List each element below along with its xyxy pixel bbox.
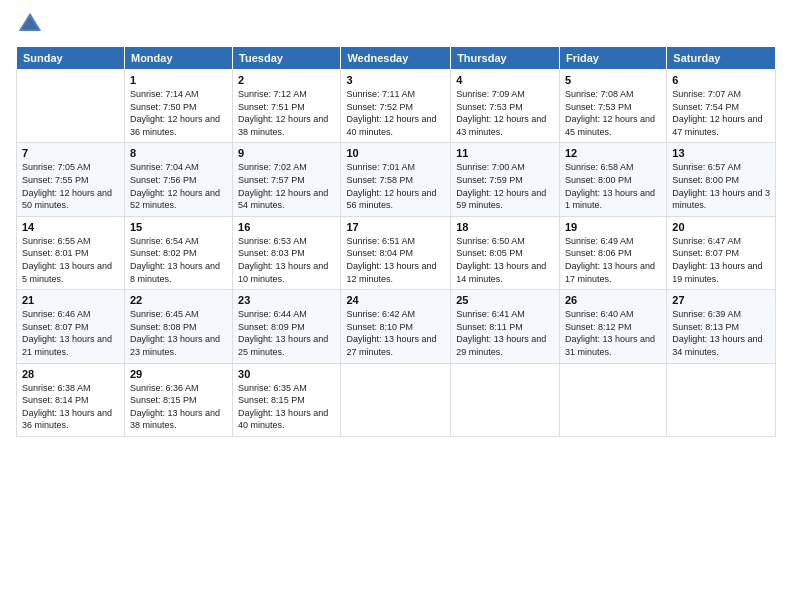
cell-info: Sunrise: 6:39 AMSunset: 8:13 PMDaylight:…: [672, 308, 770, 358]
cell-date: 4: [456, 74, 554, 86]
cell-date: 8: [130, 147, 227, 159]
cell-3-1: 14Sunrise: 6:55 AMSunset: 8:01 PMDayligh…: [17, 216, 125, 289]
cell-2-5: 11Sunrise: 7:00 AMSunset: 7:59 PMDayligh…: [451, 143, 560, 216]
logo: [16, 10, 48, 38]
cell-date: 5: [565, 74, 661, 86]
cell-date: 19: [565, 221, 661, 233]
cell-date: 15: [130, 221, 227, 233]
cell-2-2: 8Sunrise: 7:04 AMSunset: 7:56 PMDaylight…: [124, 143, 232, 216]
week-row-4: 21Sunrise: 6:46 AMSunset: 8:07 PMDayligh…: [17, 290, 776, 363]
cell-date: 3: [346, 74, 445, 86]
week-row-5: 28Sunrise: 6:38 AMSunset: 8:14 PMDayligh…: [17, 363, 776, 436]
cell-5-2: 29Sunrise: 6:36 AMSunset: 8:15 PMDayligh…: [124, 363, 232, 436]
cell-1-6: 5Sunrise: 7:08 AMSunset: 7:53 PMDaylight…: [559, 70, 666, 143]
cell-info: Sunrise: 6:38 AMSunset: 8:14 PMDaylight:…: [22, 382, 119, 432]
cell-date: 2: [238, 74, 335, 86]
cell-3-2: 15Sunrise: 6:54 AMSunset: 8:02 PMDayligh…: [124, 216, 232, 289]
cell-date: 28: [22, 368, 119, 380]
cell-date: 10: [346, 147, 445, 159]
cell-date: 30: [238, 368, 335, 380]
page: SundayMondayTuesdayWednesdayThursdayFrid…: [0, 0, 792, 612]
cell-date: 11: [456, 147, 554, 159]
cell-5-7: [667, 363, 776, 436]
cell-date: 13: [672, 147, 770, 159]
col-header-friday: Friday: [559, 47, 666, 70]
cell-4-1: 21Sunrise: 6:46 AMSunset: 8:07 PMDayligh…: [17, 290, 125, 363]
cell-info: Sunrise: 7:09 AMSunset: 7:53 PMDaylight:…: [456, 88, 554, 138]
cell-5-3: 30Sunrise: 6:35 AMSunset: 8:15 PMDayligh…: [233, 363, 341, 436]
col-header-sunday: Sunday: [17, 47, 125, 70]
cell-info: Sunrise: 7:04 AMSunset: 7:56 PMDaylight:…: [130, 161, 227, 211]
cell-1-3: 2Sunrise: 7:12 AMSunset: 7:51 PMDaylight…: [233, 70, 341, 143]
cell-info: Sunrise: 6:45 AMSunset: 8:08 PMDaylight:…: [130, 308, 227, 358]
cell-date: 17: [346, 221, 445, 233]
cell-date: 27: [672, 294, 770, 306]
week-row-2: 7Sunrise: 7:05 AMSunset: 7:55 PMDaylight…: [17, 143, 776, 216]
logo-icon: [16, 10, 44, 38]
cell-info: Sunrise: 6:46 AMSunset: 8:07 PMDaylight:…: [22, 308, 119, 358]
cell-info: Sunrise: 7:01 AMSunset: 7:58 PMDaylight:…: [346, 161, 445, 211]
cell-date: 12: [565, 147, 661, 159]
cell-3-4: 17Sunrise: 6:51 AMSunset: 8:04 PMDayligh…: [341, 216, 451, 289]
cell-date: 6: [672, 74, 770, 86]
col-header-thursday: Thursday: [451, 47, 560, 70]
cell-date: 18: [456, 221, 554, 233]
cell-1-1: [17, 70, 125, 143]
cell-1-4: 3Sunrise: 7:11 AMSunset: 7:52 PMDaylight…: [341, 70, 451, 143]
cell-date: 25: [456, 294, 554, 306]
cell-4-7: 27Sunrise: 6:39 AMSunset: 8:13 PMDayligh…: [667, 290, 776, 363]
cell-5-4: [341, 363, 451, 436]
cell-date: 24: [346, 294, 445, 306]
cell-2-4: 10Sunrise: 7:01 AMSunset: 7:58 PMDayligh…: [341, 143, 451, 216]
cell-4-6: 26Sunrise: 6:40 AMSunset: 8:12 PMDayligh…: [559, 290, 666, 363]
cell-1-7: 6Sunrise: 7:07 AMSunset: 7:54 PMDaylight…: [667, 70, 776, 143]
cell-info: Sunrise: 7:00 AMSunset: 7:59 PMDaylight:…: [456, 161, 554, 211]
week-row-1: 1Sunrise: 7:14 AMSunset: 7:50 PMDaylight…: [17, 70, 776, 143]
cell-info: Sunrise: 6:58 AMSunset: 8:00 PMDaylight:…: [565, 161, 661, 211]
cell-info: Sunrise: 7:14 AMSunset: 7:50 PMDaylight:…: [130, 88, 227, 138]
week-row-3: 14Sunrise: 6:55 AMSunset: 8:01 PMDayligh…: [17, 216, 776, 289]
cell-2-3: 9Sunrise: 7:02 AMSunset: 7:57 PMDaylight…: [233, 143, 341, 216]
cell-1-5: 4Sunrise: 7:09 AMSunset: 7:53 PMDaylight…: [451, 70, 560, 143]
cell-info: Sunrise: 6:54 AMSunset: 8:02 PMDaylight:…: [130, 235, 227, 285]
cell-2-7: 13Sunrise: 6:57 AMSunset: 8:00 PMDayligh…: [667, 143, 776, 216]
cell-date: 16: [238, 221, 335, 233]
col-header-saturday: Saturday: [667, 47, 776, 70]
cell-info: Sunrise: 6:42 AMSunset: 8:10 PMDaylight:…: [346, 308, 445, 358]
col-header-tuesday: Tuesday: [233, 47, 341, 70]
cell-2-6: 12Sunrise: 6:58 AMSunset: 8:00 PMDayligh…: [559, 143, 666, 216]
header-row: SundayMondayTuesdayWednesdayThursdayFrid…: [17, 47, 776, 70]
header: [16, 10, 776, 38]
cell-info: Sunrise: 7:07 AMSunset: 7:54 PMDaylight:…: [672, 88, 770, 138]
cell-date: 23: [238, 294, 335, 306]
cell-5-6: [559, 363, 666, 436]
cell-info: Sunrise: 6:49 AMSunset: 8:06 PMDaylight:…: [565, 235, 661, 285]
cell-info: Sunrise: 6:40 AMSunset: 8:12 PMDaylight:…: [565, 308, 661, 358]
cell-info: Sunrise: 6:55 AMSunset: 8:01 PMDaylight:…: [22, 235, 119, 285]
cell-info: Sunrise: 7:08 AMSunset: 7:53 PMDaylight:…: [565, 88, 661, 138]
cell-date: 9: [238, 147, 335, 159]
calendar-table: SundayMondayTuesdayWednesdayThursdayFrid…: [16, 46, 776, 437]
cell-info: Sunrise: 7:02 AMSunset: 7:57 PMDaylight:…: [238, 161, 335, 211]
cell-3-6: 19Sunrise: 6:49 AMSunset: 8:06 PMDayligh…: [559, 216, 666, 289]
cell-5-1: 28Sunrise: 6:38 AMSunset: 8:14 PMDayligh…: [17, 363, 125, 436]
cell-date: 1: [130, 74, 227, 86]
cell-info: Sunrise: 7:12 AMSunset: 7:51 PMDaylight:…: [238, 88, 335, 138]
col-header-monday: Monday: [124, 47, 232, 70]
cell-info: Sunrise: 6:50 AMSunset: 8:05 PMDaylight:…: [456, 235, 554, 285]
cell-date: 29: [130, 368, 227, 380]
cell-2-1: 7Sunrise: 7:05 AMSunset: 7:55 PMDaylight…: [17, 143, 125, 216]
cell-info: Sunrise: 6:47 AMSunset: 8:07 PMDaylight:…: [672, 235, 770, 285]
cell-date: 26: [565, 294, 661, 306]
cell-4-2: 22Sunrise: 6:45 AMSunset: 8:08 PMDayligh…: [124, 290, 232, 363]
cell-5-5: [451, 363, 560, 436]
cell-3-3: 16Sunrise: 6:53 AMSunset: 8:03 PMDayligh…: [233, 216, 341, 289]
cell-date: 22: [130, 294, 227, 306]
col-header-wednesday: Wednesday: [341, 47, 451, 70]
cell-4-3: 23Sunrise: 6:44 AMSunset: 8:09 PMDayligh…: [233, 290, 341, 363]
cell-4-5: 25Sunrise: 6:41 AMSunset: 8:11 PMDayligh…: [451, 290, 560, 363]
cell-info: Sunrise: 6:57 AMSunset: 8:00 PMDaylight:…: [672, 161, 770, 211]
cell-info: Sunrise: 6:51 AMSunset: 8:04 PMDaylight:…: [346, 235, 445, 285]
cell-info: Sunrise: 7:05 AMSunset: 7:55 PMDaylight:…: [22, 161, 119, 211]
cell-date: 7: [22, 147, 119, 159]
